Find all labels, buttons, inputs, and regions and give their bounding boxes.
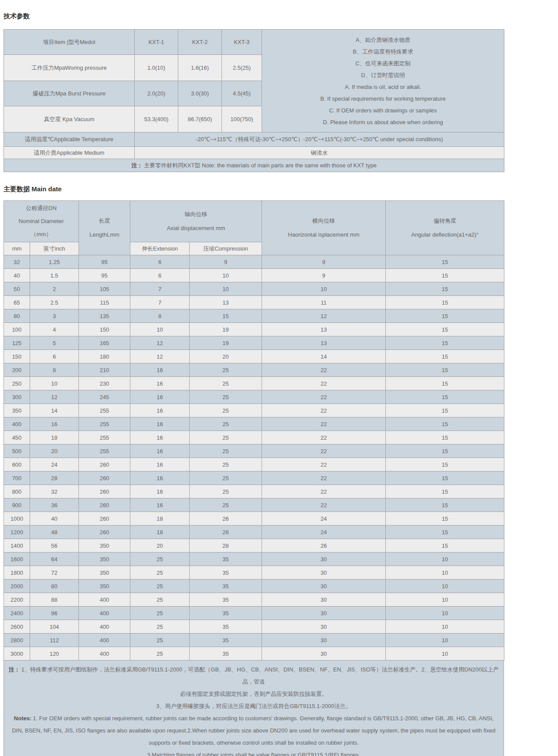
table-cell: 13 (262, 323, 386, 336)
table-cell: 25 (130, 553, 190, 566)
table-cell: 22 (262, 485, 386, 498)
table-cell: 35 (190, 607, 262, 620)
footnote-en-prefix: Notes: (14, 715, 31, 722)
table-cell: 16 (130, 363, 190, 377)
table-cell: 250 (4, 377, 30, 390)
table-cell: 15 (386, 471, 504, 485)
vacuum-label: 真空度 Kpa Vacuum (4, 106, 135, 132)
table-cell: 36 (30, 498, 79, 512)
table-row: 14005635020282615 (4, 539, 504, 553)
table-cell: 15 (386, 498, 504, 512)
table-cell: 15 (386, 255, 504, 269)
table-cell: 2 (30, 282, 79, 296)
table-cell: 65 (4, 296, 30, 309)
table-cell: 25 (190, 377, 262, 390)
table-cell: 135 (79, 309, 130, 323)
page: 技术参数 项目Item |型号Medol KXT-1 KXT-2 KXT-3 A… (0, 0, 558, 756)
table-cell: 350 (79, 539, 130, 553)
table-cell: 400 (79, 593, 130, 607)
side-note-line: D. Please Inform us about above when ord… (264, 116, 502, 128)
note-prefix: 注： (131, 162, 143, 169)
table-cell: 22 (262, 471, 386, 485)
table-row: 9003626016252215 (4, 498, 504, 512)
temperature-value: -20℃~+115℃（特殊可达-30℃~+250℃）-20℃~+115℃(-30… (135, 132, 504, 147)
table-cell: 16 (130, 431, 190, 444)
table-row: 16006435025353010 (4, 553, 504, 566)
table-cell: 24 (262, 525, 386, 539)
table-cell: 30 (262, 580, 386, 593)
table-cell: 1.5 (30, 269, 79, 282)
table-cell: 15 (386, 269, 504, 282)
table-row: 8003226016252215 (4, 485, 504, 498)
table-cell: 3.0(30) (178, 81, 222, 106)
table-row: 200821016252215 (4, 363, 504, 377)
side-note-line: D、订货时需说明 (264, 69, 502, 81)
table-cell: 260 (79, 498, 130, 512)
table-cell: 1400 (4, 539, 30, 553)
table-row: 24009640025353010 (4, 607, 504, 620)
table-cell: 24 (30, 458, 79, 471)
table-cell: 40 (4, 269, 30, 282)
tech-header-model-kxt1: KXT-1 (135, 30, 178, 55)
table-cell: 500 (4, 444, 30, 458)
table-row: 652.51157131115 (4, 296, 504, 309)
table-cell: 35 (190, 647, 262, 661)
table-cell: 16 (30, 417, 79, 431)
table-row: 18007235025353010 (4, 566, 504, 580)
table-cell: 16 (130, 471, 190, 485)
header-line: Axial displacement mm (132, 221, 260, 235)
table-cell: 700 (4, 471, 30, 485)
table-cell: 450 (4, 431, 30, 444)
table-cell: 19 (190, 323, 262, 336)
main-table-body: 321.259569915401.59561091550210571010156… (4, 255, 504, 661)
table-row: 2501023016252215 (4, 377, 504, 390)
table-cell: 15 (386, 363, 504, 377)
table-row: 5002025516252215 (4, 444, 504, 458)
table-row: 适用温度℃Applicable Temperature -20℃~+115℃（特… (4, 132, 504, 147)
table-cell: 26 (190, 512, 262, 525)
table-row: 100415010191315 (4, 323, 504, 336)
table-row: 7002826016252215 (4, 471, 504, 485)
subheader-inch: 英寸inch (30, 242, 79, 255)
table-row: 3001224516252215 (4, 390, 504, 404)
table-cell: 25 (130, 566, 190, 580)
table-row: 125516512191315 (4, 336, 504, 350)
main-data-title: 主要数据 Main date (3, 185, 555, 193)
table-cell: 22 (262, 444, 386, 458)
table-cell: 8 (130, 309, 190, 323)
table-cell: 25 (130, 580, 190, 593)
header-line: Angular deflection(a1+a2)° (388, 228, 502, 242)
footnote-line: DIN, BSEN, NF, EN, JIS, ISO flanges are … (7, 725, 501, 737)
table-cell: 10 (386, 634, 504, 647)
table-cell: 25 (190, 417, 262, 431)
table-cell: 104 (30, 620, 79, 634)
table-cell: 100 (4, 323, 30, 336)
table-cell: 9 (190, 255, 262, 269)
table-cell: 2800 (4, 634, 30, 647)
table-row: 12004826018262415 (4, 525, 504, 539)
table-cell: 15 (386, 417, 504, 431)
table-cell: 15 (386, 377, 504, 390)
table-cell: 25 (130, 620, 190, 634)
header-axial-displacement: 轴向位移 Axial displacement mm (130, 201, 262, 242)
table-row: 8031358151215 (4, 309, 504, 323)
working-pressure-label: 工作压力MpaWoring pressure (4, 55, 135, 81)
table-cell: 15 (386, 336, 504, 350)
table-cell: 16 (130, 390, 190, 404)
medium-value: 钢渣水 (135, 147, 504, 159)
table-cell: 6 (30, 350, 79, 363)
table-cell: 18 (30, 431, 79, 444)
table-cell: 900 (4, 498, 30, 512)
table-cell: 245 (79, 390, 130, 404)
table-cell: 15 (386, 296, 504, 309)
table-cell: 30 (262, 634, 386, 647)
table-cell: 10 (386, 620, 504, 634)
table-cell: 15 (386, 390, 504, 404)
header-angular-deflection: 偏转角度 Angular deflection(a1+a2)° (386, 201, 504, 255)
table-cell: 10 (386, 647, 504, 661)
table-cell: 4 (30, 323, 79, 336)
table-cell: 16 (130, 417, 190, 431)
table-row: 注：主要零件材料同KXT型 Note: the materials of mai… (4, 159, 504, 172)
table-cell: 9 (262, 255, 386, 269)
table-cell: 230 (79, 377, 130, 390)
